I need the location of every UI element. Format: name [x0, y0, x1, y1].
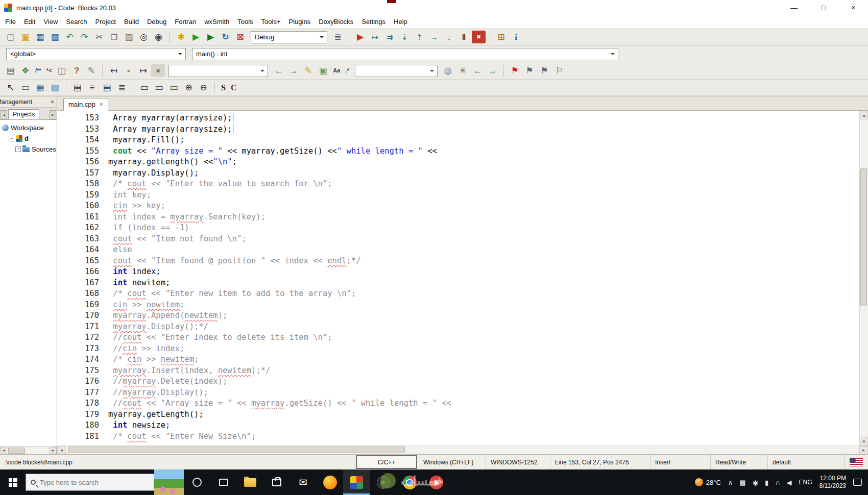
scroll-right-icon[interactable]: ▸: [859, 446, 868, 454]
toggle-bookmark-icon[interactable]: ⚑: [508, 64, 522, 77]
dropdown-arrow-icon[interactable]: [611, 53, 615, 57]
highlight-occurrences-icon[interactable]: ✎: [301, 64, 315, 77]
menu-project[interactable]: Project: [91, 16, 120, 27]
menu-file[interactable]: File: [1, 16, 20, 27]
incremental-search-combo[interactable]: [355, 65, 438, 77]
replace-icon[interactable]: ◉: [152, 31, 165, 43]
chrome-icon[interactable]: [396, 469, 423, 495]
cut-icon[interactable]: ✂: [92, 31, 106, 43]
next-bookmark-icon[interactable]: ⚑: [538, 64, 551, 77]
selected-text-icon[interactable]: ▣: [316, 64, 330, 77]
match-case-icon[interactable]: Aa: [331, 64, 342, 77]
incremental-search-icon[interactable]: ◎: [441, 64, 455, 77]
expand-icon[interactable]: +: [15, 146, 21, 152]
doxy-block-comment-icon[interactable]: /**: [33, 64, 43, 77]
toggle-comments-view-icon[interactable]: ◫: [55, 64, 68, 77]
menu-wxsmith[interactable]: wxSmith: [200, 16, 233, 27]
code-line[interactable]: 168 /* cout << "Enter new item to add to…: [58, 288, 859, 300]
search-prev-icon[interactable]: ←: [471, 64, 485, 77]
menu-debug[interactable]: Debug: [143, 16, 171, 27]
code-line[interactable]: 161 int index = myarray.Search(key);: [58, 212, 859, 223]
build-target-options-icon[interactable]: ≣: [331, 31, 345, 43]
menu-search[interactable]: Search: [62, 16, 91, 27]
search-text-combo[interactable]: [168, 65, 268, 77]
code-line[interactable]: 166 int index;: [58, 266, 859, 278]
sizer-tool-icon[interactable]: ▭: [167, 81, 181, 94]
battery-icon[interactable]: ▮: [765, 479, 768, 486]
menu-tools[interactable]: Tools: [233, 16, 257, 27]
code-line[interactable]: 162 if (index == -1): [58, 222, 859, 234]
scroll-left-icon[interactable]: ◂: [57, 446, 66, 454]
tab-scroll-left-icon[interactable]: ◂: [1, 110, 7, 119]
tree-item-d[interactable]: −d: [0, 133, 57, 144]
taskbar-clock[interactable]: 12:00 PM 8/11/2023: [819, 475, 847, 490]
next-line-icon[interactable]: ⇉: [383, 31, 397, 43]
close-button[interactable]: ×: [838, 0, 868, 15]
image-tool-icon[interactable]: ▦: [33, 81, 47, 94]
code-line[interactable]: 153 Array myarray(arraysize);: [58, 113, 859, 124]
volume-icon[interactable]: ◀: [786, 479, 791, 486]
next-instruction-icon[interactable]: →: [427, 31, 441, 43]
align-justify-icon[interactable]: ≣: [115, 81, 129, 94]
next-occurrence-icon[interactable]: →: [286, 64, 300, 77]
tab-scroll-right-icon[interactable]: ▸: [50, 110, 56, 119]
menu-view[interactable]: View: [39, 16, 62, 27]
save-icon[interactable]: ▦: [33, 31, 47, 43]
menu-build[interactable]: Build: [120, 16, 143, 27]
paste-icon[interactable]: ▨: [122, 31, 136, 43]
tab-close-icon[interactable]: ×: [100, 101, 103, 108]
record-position-icon[interactable]: ●: [122, 64, 135, 77]
code-line[interactable]: 173 //cin >> index;: [58, 343, 859, 355]
language-indicator[interactable]: ENG: [799, 479, 812, 486]
code-line[interactable]: 164 else: [58, 244, 859, 256]
editor-horizontal-scrollbar[interactable]: ◂ ▸: [57, 445, 868, 454]
abbreviations-icon[interactable]: ▤: [4, 64, 17, 77]
clear-search-icon[interactable]: ✕: [151, 64, 165, 77]
save-all-icon[interactable]: ▩: [48, 31, 62, 43]
chevron-up-icon[interactable]: ∧: [728, 479, 733, 486]
minimize-button[interactable]: —: [779, 0, 809, 15]
pointer-tool-icon[interactable]: ↖: [4, 81, 17, 94]
code-line[interactable]: 154 myarray.Fill();: [58, 135, 859, 146]
taskbar-search[interactable]: [26, 474, 154, 491]
copy-icon[interactable]: ❐: [107, 31, 121, 43]
run-to-cursor-icon[interactable]: ↦: [368, 31, 382, 43]
code-line[interactable]: 177 //myarray.Display();: [58, 387, 859, 399]
align-center-icon[interactable]: ≡: [85, 81, 99, 94]
sidebar-horizontal-scrollbar[interactable]: ◂ ▸: [0, 446, 57, 454]
code-line[interactable]: 158 /* cout << "Enter the value to searc…: [58, 179, 859, 190]
dropdown-arrow-icon[interactable]: [320, 36, 324, 40]
code-line[interactable]: 153 Array myarray(arraysize);: [58, 124, 859, 135]
scroll-up-icon[interactable]: ▴: [860, 111, 868, 119]
doxy-settings-icon[interactable]: ✎: [84, 64, 98, 77]
doxy-line-comment-icon[interactable]: *<: [44, 64, 54, 77]
menu-settings[interactable]: Settings: [357, 16, 390, 27]
rebuild-icon[interactable]: ↻: [219, 31, 232, 43]
dropdown-arrow-icon[interactable]: [430, 70, 434, 74]
dropdown-arrow-icon[interactable]: [178, 53, 182, 57]
task-view-icon[interactable]: [210, 469, 237, 495]
zoom-in-icon[interactable]: ⊕: [182, 81, 196, 94]
build-icon[interactable]: ✱: [174, 31, 188, 43]
build-and-run-icon[interactable]: ▶: [204, 31, 218, 43]
store-icon[interactable]: [263, 469, 290, 495]
code-line[interactable]: 176 //myarray.Delete(index);: [58, 376, 859, 387]
firefox-icon[interactable]: [317, 469, 343, 495]
open-file-icon[interactable]: ▣: [18, 31, 32, 43]
management-close-icon[interactable]: ×: [48, 98, 57, 106]
search-options-icon[interactable]: ✳: [456, 64, 470, 77]
regex-icon[interactable]: .*: [343, 64, 351, 77]
dropdown-arrow-icon[interactable]: [260, 70, 264, 74]
various-info-icon[interactable]: i: [509, 31, 523, 43]
prev-bookmark-icon[interactable]: ⚑: [523, 64, 537, 77]
scope-combo[interactable]: <global>: [6, 48, 186, 60]
code-line[interactable]: 156myarray.getLength() <<"\n";: [58, 157, 859, 168]
tab-main-cpp[interactable]: main.cpp ×: [63, 98, 108, 111]
search-next-icon[interactable]: →: [486, 64, 499, 77]
menu-plugins[interactable]: Plugins: [285, 16, 315, 27]
menu-edit[interactable]: Edit: [20, 16, 39, 27]
undo-icon[interactable]: ↶: [63, 31, 77, 43]
code-editor[interactable]: 153 Array myarray(arraysize);153 Array m…: [57, 111, 859, 445]
code-line[interactable]: 169 cin >> newitem;: [58, 300, 859, 311]
code-line[interactable]: 181 /* cout << "Enter New Size\n";: [58, 431, 859, 442]
